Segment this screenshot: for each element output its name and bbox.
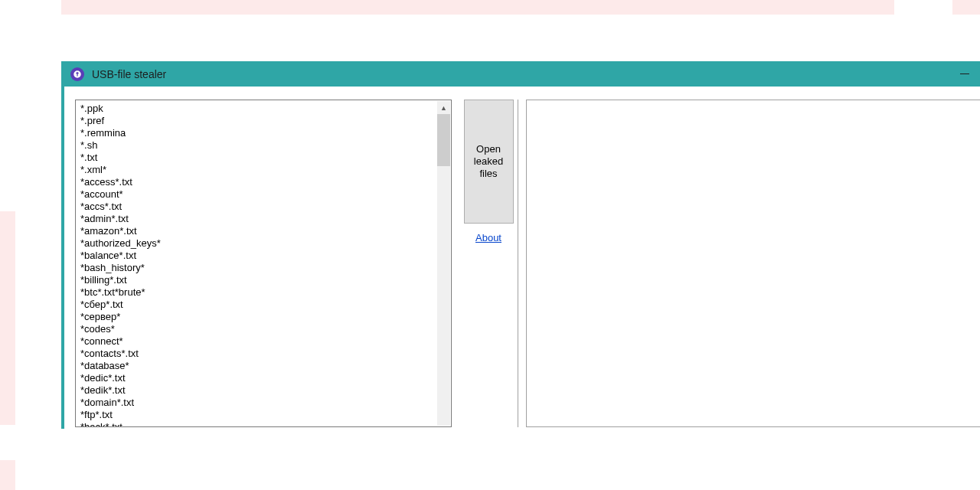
list-scrollbar[interactable]: ▲: [437, 101, 450, 426]
open-btn-line1: Open: [474, 143, 503, 155]
results-pane: [526, 100, 980, 427]
scroll-thumb[interactable]: [437, 114, 450, 166]
minimize-icon: [960, 74, 969, 74]
about-link[interactable]: About: [475, 232, 501, 243]
patterns-listbox[interactable]: *.ppk *.pref *.remmina *.sh *.txt *.xml*…: [75, 100, 452, 427]
open-leaked-files-button[interactable]: Open leaked files: [464, 100, 514, 224]
background-stripe-right: [952, 0, 980, 15]
background-stripe-top: [61, 0, 894, 15]
background-stripe-left-1: [0, 211, 15, 425]
client-area: *.ppk *.pref *.remmina *.sh *.txt *.xml*…: [64, 87, 980, 429]
patterns-list-text: *.ppk *.pref *.remmina *.sh *.txt *.xml*…: [76, 100, 451, 427]
scroll-up-icon[interactable]: ▲: [437, 101, 450, 114]
open-btn-line2: leaked: [474, 155, 503, 168]
window-title: USB-file stealer: [92, 68, 956, 80]
minimize-button[interactable]: [956, 65, 974, 83]
app-icon: [70, 67, 84, 81]
app-window: USB-file stealer *.ppk *.pref *.remmina …: [61, 61, 980, 429]
background-stripe-left-2: [0, 460, 15, 490]
open-btn-line3: files: [474, 168, 503, 180]
titlebar[interactable]: USB-file stealer: [64, 61, 980, 87]
middle-column: Open leaked files About: [459, 100, 518, 427]
